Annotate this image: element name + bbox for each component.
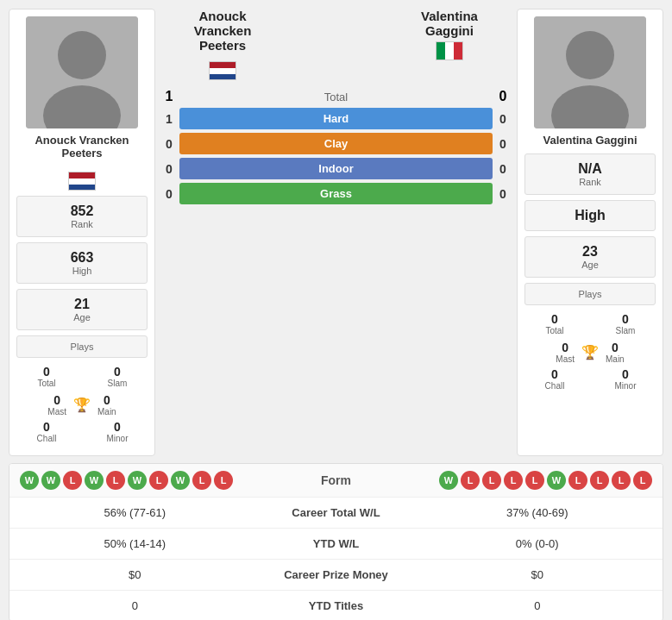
form-label: Form bbox=[285, 473, 388, 487]
stats-right-value: $0 bbox=[423, 568, 653, 581]
indoor-left: 0 bbox=[159, 162, 179, 176]
indoor-badge: Indoor bbox=[179, 158, 493, 179]
right-flag-center bbox=[389, 41, 510, 63]
left-high-value: 663 bbox=[24, 250, 140, 266]
clay-badge: Clay bbox=[179, 133, 493, 154]
indoor-row: 0 Indoor 0 bbox=[159, 158, 513, 179]
stats-row: 0 YTD Titles 0 bbox=[9, 591, 663, 620]
right-player-name: Valentina Gaggini bbox=[543, 134, 637, 147]
stats-left-value: 50% (14-14) bbox=[20, 537, 250, 550]
stats-row: 56% (77-61) Career Total W/L 37% (40-69) bbox=[9, 498, 663, 529]
right-high-value: High bbox=[532, 208, 648, 223]
form-badge: L bbox=[525, 471, 544, 490]
form-badge: L bbox=[482, 471, 501, 490]
left-player-card: Anouck Vrancken Peeters 852 Rank 663 Hig… bbox=[9, 9, 155, 456]
form-badge: W bbox=[547, 471, 566, 490]
right-minor-label: Minor bbox=[614, 381, 636, 391]
total-right: 0 bbox=[493, 89, 513, 104]
left-rank-label: Rank bbox=[24, 219, 140, 229]
right-chall-value: 0 bbox=[551, 367, 558, 381]
left-trophy-icon: 🏆 bbox=[73, 397, 91, 413]
form-badge: L bbox=[504, 471, 523, 490]
left-high-label: High bbox=[24, 266, 140, 276]
right-total-label: Total bbox=[545, 326, 563, 335]
right-form-badges: WLLLLWLLLL bbox=[388, 471, 653, 490]
grass-right: 0 bbox=[493, 187, 513, 201]
stats-left-value: 56% (77-61) bbox=[20, 506, 250, 519]
total-row: 1 Total 0 bbox=[159, 89, 513, 104]
form-badge: L bbox=[149, 471, 168, 490]
center-names-wrapper: AnouckVranckenPeeters ValentinaGaggini bbox=[159, 9, 513, 80]
grass-left: 0 bbox=[159, 187, 179, 201]
stats-center-label: Career Total W/L bbox=[250, 506, 423, 519]
stats-center-label: YTD W/L bbox=[250, 537, 423, 550]
right-main-label: Main bbox=[606, 354, 625, 364]
hard-right: 0 bbox=[493, 112, 513, 126]
form-badge: W bbox=[41, 471, 60, 490]
bottom-section: WWLWLWLWLL Form WLLLLWLLLL 56% (77-61) C… bbox=[9, 463, 663, 620]
stats-center-label: Career Prize Money bbox=[250, 568, 423, 581]
left-flag-center bbox=[162, 56, 283, 80]
right-stats-grid-2: 0 Chall 0 Minor bbox=[524, 367, 656, 391]
clay-row: 0 Clay 0 bbox=[159, 133, 513, 154]
right-mast-label: Mast bbox=[556, 354, 575, 364]
right-mast-value: 0 bbox=[562, 341, 568, 354]
right-stats-section: 0 Total 0 Slam 0 Mast 🏆 0 bbox=[524, 312, 656, 396]
left-total-stat: 0 Total bbox=[16, 365, 77, 388]
right-minor-stat: 0 Minor bbox=[595, 367, 656, 391]
right-minor-value: 0 bbox=[622, 367, 629, 381]
form-badge: L bbox=[63, 471, 82, 490]
right-slam-label: Slam bbox=[616, 326, 636, 335]
top-section: Anouck Vrancken Peeters 852 Rank 663 Hig… bbox=[9, 9, 663, 456]
left-name-center: AnouckVranckenPeeters bbox=[162, 9, 283, 53]
form-badge: W bbox=[171, 471, 190, 490]
stats-rows-container: 56% (77-61) Career Total W/L 37% (40-69)… bbox=[9, 498, 663, 620]
hard-left: 1 bbox=[159, 112, 179, 126]
stats-right-value: 0 bbox=[423, 599, 653, 612]
grass-row: 0 Grass 0 bbox=[159, 183, 513, 204]
right-age-value: 23 bbox=[532, 244, 648, 260]
form-badge: L bbox=[461, 471, 480, 490]
left-player-avatar bbox=[26, 16, 138, 128]
right-total-stat: 0 Total bbox=[524, 312, 585, 335]
stats-center-label: YTD Titles bbox=[250, 599, 423, 612]
form-badge: L bbox=[590, 471, 609, 490]
right-main-stat: 0 Main bbox=[606, 341, 625, 364]
form-badge: L bbox=[214, 471, 233, 490]
court-stats-wrapper: 1 Total 0 1 Hard 0 0 Clay 0 0 bbox=[159, 89, 513, 204]
left-age-label: Age bbox=[24, 312, 140, 323]
hard-row: 1 Hard 0 bbox=[159, 108, 513, 129]
svg-point-1 bbox=[58, 31, 106, 79]
form-badge: W bbox=[128, 471, 147, 490]
stats-right-value: 0% (0-0) bbox=[423, 537, 653, 550]
stats-left-value: $0 bbox=[20, 568, 250, 581]
right-total-value: 0 bbox=[551, 312, 558, 326]
stats-row: $0 Career Prize Money $0 bbox=[9, 560, 663, 591]
left-stats-grid-1: 0 Total 0 Slam bbox=[16, 365, 148, 388]
form-row: WWLWLWLWLL Form WLLLLWLLLL bbox=[9, 464, 663, 498]
right-stats-grid-1: 0 Total 0 Slam bbox=[524, 312, 656, 335]
right-main-value: 0 bbox=[612, 341, 619, 354]
left-rank-value: 852 bbox=[24, 204, 140, 219]
right-name-center: ValentinaGaggini bbox=[389, 9, 510, 38]
left-player-name: Anouck Vrancken Peeters bbox=[16, 134, 148, 160]
right-rank-label: Rank bbox=[532, 177, 648, 187]
right-slam-stat: 0 Slam bbox=[595, 312, 656, 335]
clay-left: 0 bbox=[159, 137, 179, 151]
right-mast-stat: 0 Mast bbox=[556, 341, 575, 364]
form-badge: L bbox=[633, 471, 652, 490]
total-left: 1 bbox=[159, 89, 179, 104]
left-age-value: 21 bbox=[24, 297, 140, 312]
stats-right-value: 37% (40-69) bbox=[423, 506, 653, 519]
right-rank-value: N/A bbox=[532, 161, 648, 177]
right-player-avatar bbox=[534, 16, 646, 128]
left-plays-label: Plays bbox=[24, 341, 140, 352]
right-trophy-row: 0 Mast 🏆 0 Main bbox=[524, 341, 656, 364]
form-badge: L bbox=[612, 471, 631, 490]
stats-row: 50% (14-14) YTD W/L 0% (0-0) bbox=[9, 529, 663, 560]
right-plays-label: Plays bbox=[532, 289, 648, 299]
form-badge: L bbox=[106, 471, 125, 490]
right-trophy-icon: 🏆 bbox=[581, 344, 599, 360]
right-age-label: Age bbox=[532, 260, 648, 270]
right-chall-stat: 0 Chall bbox=[524, 367, 585, 391]
